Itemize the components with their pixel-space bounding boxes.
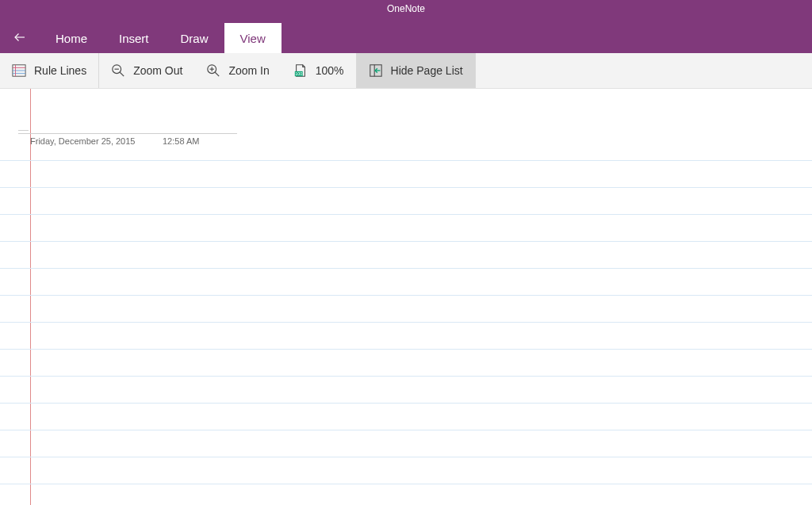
tab-label: Draw	[181, 32, 209, 45]
rule-lines-icon	[12, 63, 26, 78]
tab-draw[interactable]: Draw	[165, 23, 224, 53]
ribbon-group-zoom: Zoom Out Zoom In 100	[99, 53, 356, 88]
rule-line	[0, 484, 812, 484]
ribbon-label: Rule Lines	[34, 64, 86, 77]
zoom-in-button[interactable]: Zoom In	[194, 53, 281, 88]
svg-line-7	[120, 72, 124, 76]
zoom-100-button[interactable]: 100 100%	[282, 53, 356, 88]
margin-rule	[30, 89, 31, 505]
ribbon-view: Rule Lines Zoom Out	[0, 53, 812, 89]
titlebar: OneNote Home Insert Draw View	[0, 0, 812, 53]
back-button[interactable]	[0, 21, 40, 53]
tab-label: Insert	[119, 32, 149, 45]
ribbon-group-rule: Rule Lines	[0, 53, 99, 88]
rule-line	[0, 403, 812, 404]
rule-line	[0, 349, 812, 350]
ribbon-label: Zoom Out	[133, 64, 182, 77]
svg-text:100: 100	[295, 71, 302, 76]
tabs-row: Home Insert Draw View	[0, 21, 812, 53]
ribbon-label: Zoom In	[228, 64, 269, 77]
page-canvas[interactable]: Friday, December 25, 2015 12:58 AM	[0, 89, 812, 505]
tab-insert[interactable]: Insert	[103, 23, 165, 53]
rule-line	[0, 376, 812, 377]
rule-line	[0, 295, 812, 296]
hide-page-list-icon	[369, 63, 383, 78]
svg-line-10	[216, 72, 220, 76]
title-underline	[18, 133, 237, 134]
page-100-icon: 100	[293, 63, 308, 78]
ribbon-label: 100%	[316, 64, 344, 77]
rule-line	[0, 457, 812, 457]
tab-label: Home	[56, 32, 87, 45]
rule-lines-button[interactable]: Rule Lines	[0, 53, 98, 88]
rule-line	[0, 160, 812, 161]
tab-label: View	[240, 32, 266, 45]
date-tick	[18, 130, 29, 131]
rule-line	[0, 268, 812, 269]
arrow-left-icon	[13, 30, 27, 44]
rule-line	[0, 241, 812, 242]
ribbon-group-pagelist: Hide Page List	[357, 53, 476, 88]
rule-line	[0, 187, 812, 188]
hide-page-list-button[interactable]: Hide Page List	[357, 53, 475, 88]
page-date: Friday, December 25, 2015	[30, 136, 135, 146]
rule-line	[0, 430, 812, 430]
ribbon-label: Hide Page List	[391, 64, 463, 77]
app-title: OneNote	[387, 3, 425, 14]
zoom-out-icon	[111, 63, 125, 78]
zoom-out-button[interactable]: Zoom Out	[99, 53, 194, 88]
rule-line	[0, 214, 812, 215]
page-time: 12:58 AM	[163, 136, 199, 146]
rule-line	[0, 322, 812, 323]
tab-home[interactable]: Home	[40, 23, 103, 53]
zoom-in-icon	[206, 63, 220, 78]
tab-view[interactable]: View	[224, 23, 282, 53]
